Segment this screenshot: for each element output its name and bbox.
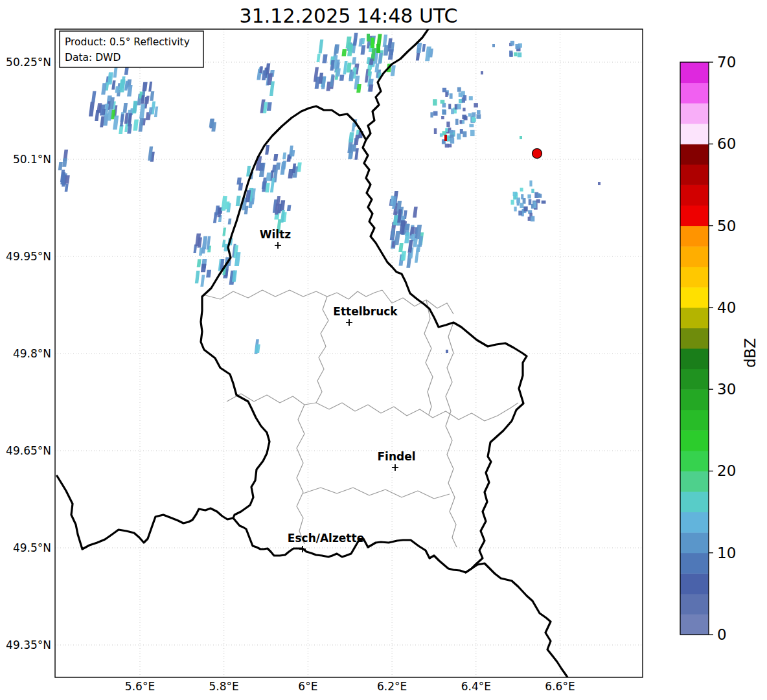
colorbar-segment (680, 164, 709, 185)
border-france-germany (466, 563, 567, 677)
y-tick-label: 50.1°N (13, 153, 51, 166)
radar-map-svg: 31.12.2025 14:48 UTC WiltzEttelbruckFind… (0, 0, 767, 700)
city-label: Esch/Alzette (288, 532, 364, 545)
echo-cluster (256, 145, 281, 192)
echo-cell (515, 44, 520, 49)
echo-cell (462, 120, 464, 124)
echo-cell (450, 130, 453, 134)
colorbar-unit-label: dBZ (742, 338, 759, 368)
city-label: Wiltz (260, 228, 292, 241)
x-tick-label: 5.8°E (209, 680, 239, 693)
echo-cell (472, 117, 475, 122)
echo-cell (442, 88, 446, 93)
echo-cell (462, 115, 466, 119)
echo-cell (369, 59, 374, 65)
echo-cell (280, 162, 286, 175)
x-tick-label: 6.4°E (461, 680, 491, 693)
echo-cell (425, 47, 431, 62)
echo-cell (463, 108, 465, 111)
echo-cell (442, 110, 446, 115)
district-border (227, 394, 518, 421)
info-box-data-line: Data: DWD (65, 52, 120, 63)
echo-cell (222, 228, 226, 236)
x-tick-label: 5.6°E (125, 680, 155, 693)
echo-cell (445, 92, 448, 97)
echo-cluster (89, 66, 158, 134)
district-border (203, 290, 382, 299)
echo-cluster (255, 339, 260, 354)
echo-cell (317, 54, 321, 62)
echo-cell (459, 93, 463, 97)
echo-cell (440, 133, 443, 137)
colorbar-segment (680, 144, 709, 164)
district-border (446, 322, 457, 547)
colorbar-segment (680, 62, 709, 83)
colorbar-segment (680, 308, 709, 328)
echo-cell (520, 203, 523, 208)
echo-cell (273, 154, 278, 161)
echo-cell (265, 145, 269, 155)
colorbar-ticks: 010203040506070 (709, 54, 736, 643)
echo-cell (113, 67, 118, 78)
echo-cell (200, 275, 205, 286)
echo-cell (521, 194, 523, 199)
city-label: Ettelbruck (333, 305, 398, 318)
echo-cell (354, 135, 359, 145)
echo-cluster (314, 40, 335, 91)
colorbar-segment (680, 226, 709, 247)
echo-cell (334, 45, 339, 54)
echo-cell (455, 119, 459, 125)
colorbar-segment (680, 532, 709, 553)
echo-cluster (511, 181, 546, 221)
colorbar-segment (680, 471, 709, 491)
echo-cell (510, 41, 514, 46)
border-belgium-france (57, 476, 233, 549)
colorbar-tick-label: 10 (717, 545, 736, 561)
echo-cell (352, 122, 356, 131)
echo-cell (445, 144, 449, 148)
echo-cluster (257, 63, 275, 113)
echo-cell (201, 264, 207, 273)
colorbar-segment (680, 369, 709, 390)
echo-cell (150, 91, 154, 101)
colorbar-segment (680, 328, 709, 348)
echo-cell (529, 181, 532, 186)
colorbar-segment (680, 410, 709, 431)
echo-cell (353, 33, 358, 46)
y-axis-tick-labels: 50.25°N50.1°N49.95°N49.8°N49.65°N49.5°N4… (6, 56, 51, 651)
x-axis-tick-labels: 5.6°E5.8°E6°E6.2°E6.4°E6.6°E (125, 680, 575, 693)
echo-cell (349, 72, 354, 82)
echo-high-intensity-cell (444, 135, 447, 141)
colorbar-tick-label: 20 (717, 462, 736, 479)
echo-high-intensity-cell (376, 44, 380, 53)
echo-cell (398, 243, 404, 252)
colorbar-segment (680, 614, 709, 635)
echo-speck (520, 136, 522, 139)
district-border-layer (203, 290, 518, 547)
echo-cell (349, 132, 354, 142)
district-border (297, 405, 304, 544)
echo-cell (108, 72, 113, 84)
y-tick-label: 49.8°N (13, 347, 51, 360)
colorbar-segment (680, 512, 709, 533)
echo-cell (401, 251, 407, 261)
echo-cell (527, 194, 531, 198)
colorbar-tick-label: 40 (717, 299, 736, 316)
echo-cell (139, 104, 145, 119)
colorbar-tick-label: 70 (717, 54, 736, 71)
echo-cell (514, 207, 517, 211)
echo-cluster (390, 201, 424, 268)
colorbar-tick-label: 50 (717, 218, 736, 234)
echo-cell (111, 80, 115, 89)
colorbar-segment (680, 287, 709, 308)
echo-cell (518, 52, 522, 57)
echo-cell (132, 101, 138, 114)
echo-cell (91, 91, 96, 102)
echo-cell (520, 188, 523, 192)
info-box: Product: 0.5° Reflectivity Data: DWD (60, 31, 203, 67)
echo-cluster (58, 150, 70, 192)
echo-cell (415, 248, 419, 263)
map-title: 31.12.2025 14:48 UTC (240, 5, 458, 27)
echo-cell (322, 54, 327, 63)
echo-cell (319, 40, 324, 53)
